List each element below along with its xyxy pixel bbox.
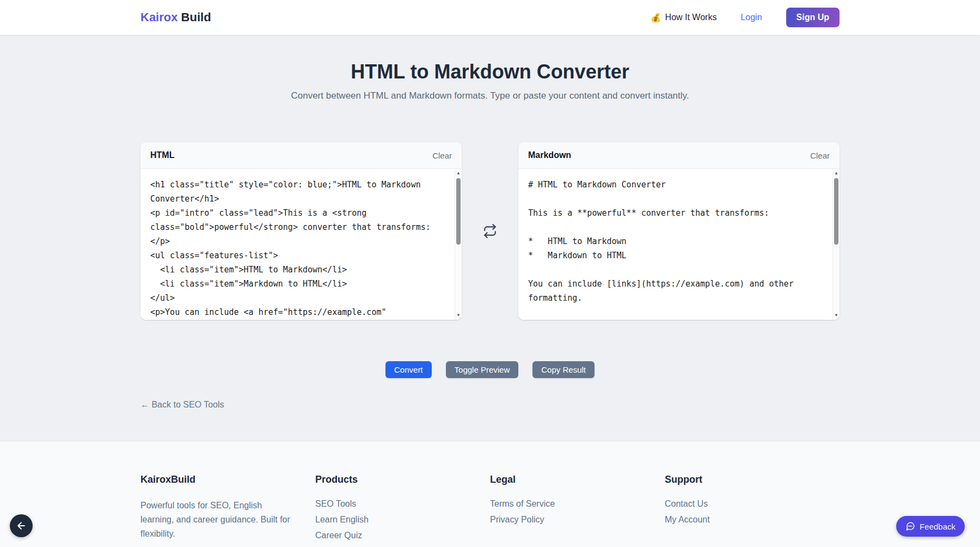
html-panel-body: <h1 class="title" style="color: blue;">H… [140,169,462,320]
page-title: HTML to Markdown Converter [0,60,980,83]
chat-bubble-icon [905,521,915,531]
scroll-down-icon[interactable]: ▼ [833,313,840,318]
html-panel: HTML Clear <h1 class="title" style="colo… [140,142,462,320]
main-content: HTML to Markdown Converter Convert betwe… [0,35,980,441]
html-scrollbar: ▲ ▼ [455,169,462,320]
footer-brand-description: Powerful tools for SEO, English learning… [140,499,293,541]
footer-support-column: Support Contact Us My Account [665,474,840,547]
signup-button[interactable]: Sign Up [786,8,840,27]
footer-link-terms[interactable]: Terms of Service [490,499,555,508]
money-bag-icon: 💰 [651,13,661,23]
footer-link-privacy[interactable]: Privacy Policy [490,515,544,524]
footer-link-my-account[interactable]: My Account [665,515,710,524]
markdown-panel-header: Markdown Clear [518,142,840,169]
page-subtitle: Convert between HTML and Markdown format… [0,90,980,102]
footer-products-column: Products SEO Tools Learn English Career … [315,474,490,547]
footer-link-contact[interactable]: Contact Us [665,499,708,508]
scrollbar-thumb[interactable] [834,178,838,245]
footer-legal-column: Legal Terms of Service Privacy Policy [490,474,665,547]
markdown-input-textarea[interactable]: # HTML to Markdown Converter This is a *… [518,169,832,320]
scroll-up-icon[interactable]: ▲ [455,171,462,176]
swap-column [462,142,518,320]
repeat-arrows-icon [483,224,497,238]
logo[interactable]: Kairox Build [140,10,211,25]
arrow-left-icon [16,520,27,531]
footer-support-title: Support [665,474,840,485]
footer-link-career-quiz[interactable]: Career Quiz [315,531,362,540]
html-panel-title: HTML [150,150,174,160]
page-footer: KairoxBuild Powerful tools for SEO, Engl… [0,441,980,547]
back-link-row: ← Back to SEO Tools [140,400,840,410]
scroll-up-icon[interactable]: ▲ [833,171,840,176]
logo-suffix: Build [177,10,211,24]
footer-link-learn-english[interactable]: Learn English [315,515,369,524]
convert-button[interactable]: Convert [385,361,432,378]
scrollbar-thumb[interactable] [456,178,461,245]
login-link[interactable]: Login [740,13,762,22]
html-panel-header: HTML Clear [140,142,462,169]
markdown-panel-body: # HTML to Markdown Converter This is a *… [518,169,840,320]
floating-back-button[interactable] [10,514,33,537]
footer-products-title: Products [315,474,490,485]
nav-how-it-works[interactable]: 💰 How It Works [651,13,717,23]
footer-brand-title: KairoxBuild [140,474,315,485]
feedback-label: Feedback [920,522,955,531]
hero-section: HTML to Markdown Converter Convert betwe… [0,35,980,102]
swap-direction-button[interactable] [483,224,497,238]
logo-brand: Kairox [140,10,177,24]
markdown-panel: Markdown Clear # HTML to Markdown Conver… [518,142,840,320]
action-buttons: Convert Toggle Preview Copy Result [140,361,840,378]
markdown-panel-title: Markdown [528,150,571,160]
copy-result-button[interactable]: Copy Result [532,361,595,378]
feedback-button[interactable]: Feedback [896,516,965,537]
back-to-seo-tools-link[interactable]: ← Back to SEO Tools [140,400,224,409]
header-nav: 💰 How It Works Login Sign Up [651,8,840,27]
footer-legal-title: Legal [490,474,665,485]
nav-how-it-works-label: How It Works [665,13,717,22]
html-input-textarea[interactable]: <h1 class="title" style="color: blue;">H… [140,169,455,320]
converter-panels: HTML Clear <h1 class="title" style="colo… [140,142,840,320]
markdown-scrollbar: ▲ ▼ [832,169,840,320]
html-clear-button[interactable]: Clear [432,151,452,160]
footer-link-seo-tools[interactable]: SEO Tools [315,499,356,508]
footer-brand-column: KairoxBuild Powerful tools for SEO, Engl… [140,474,315,547]
scroll-down-icon[interactable]: ▼ [455,313,462,318]
app-header: Kairox Build 💰 How It Works Login Sign U… [0,0,980,35]
markdown-clear-button[interactable]: Clear [810,151,830,160]
toggle-preview-button[interactable]: Toggle Preview [446,361,519,378]
